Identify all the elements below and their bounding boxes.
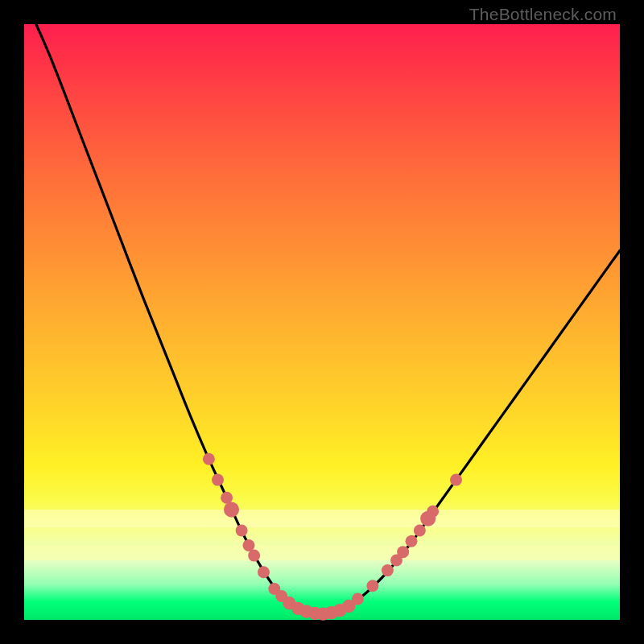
data-dot <box>414 525 426 537</box>
pale-bands-group <box>24 510 620 560</box>
data-dot <box>450 474 462 486</box>
chart-frame: TheBottleneck.com <box>0 0 644 644</box>
data-dot <box>212 474 224 486</box>
dots-group <box>203 453 462 621</box>
data-dot <box>221 492 233 504</box>
data-dot <box>406 535 418 547</box>
data-dot <box>397 546 409 558</box>
data-dot <box>366 580 378 592</box>
data-dot <box>203 453 215 465</box>
data-dot <box>427 506 439 518</box>
data-dot <box>382 564 394 576</box>
pale-band <box>24 510 620 527</box>
data-dot <box>258 566 270 578</box>
plot-area <box>24 24 620 620</box>
data-dot <box>248 550 260 562</box>
watermark-text: TheBottleneck.com <box>469 5 617 24</box>
curve-svg <box>24 24 620 620</box>
data-dot <box>352 593 364 605</box>
pale-band <box>24 546 620 561</box>
data-dot <box>224 502 239 518</box>
data-dot <box>236 525 248 537</box>
